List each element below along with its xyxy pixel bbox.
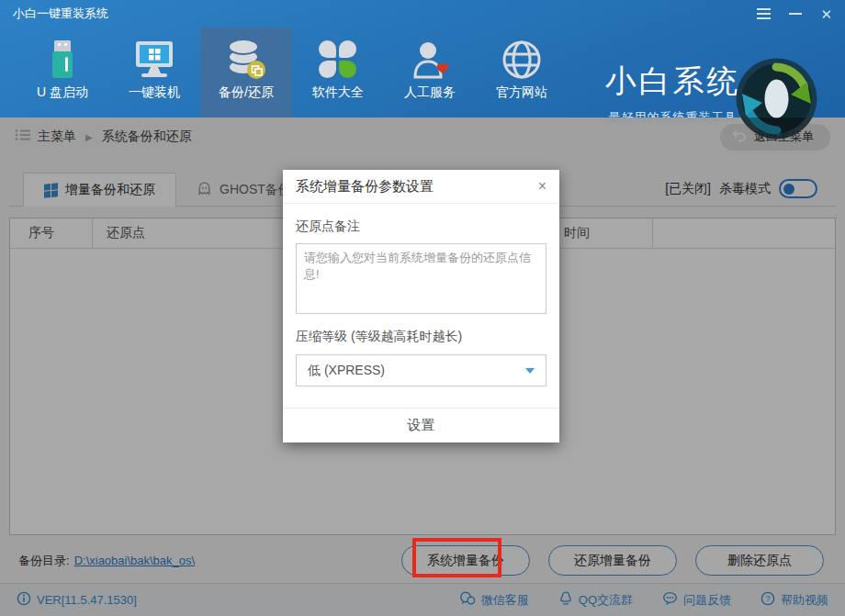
dialog-title: 系统增量备份参数设置 xyxy=(296,178,434,196)
nav-label: 人工服务 xyxy=(404,84,456,101)
brand-block: 小白系统 最好用的系统重装工具 xyxy=(592,61,753,126)
dialog-submit-button[interactable]: 设置 xyxy=(283,408,559,442)
software-clover-icon xyxy=(316,38,360,82)
nav-label: 软件大全 xyxy=(312,84,364,101)
nav-item-website[interactable]: 官方网站 xyxy=(476,28,568,118)
nav-item-backup-restore[interactable]: 备份/还原 xyxy=(200,28,292,118)
dialog-close-icon[interactable]: × xyxy=(538,179,546,194)
highlight-annotation-box xyxy=(412,538,501,577)
backup-database-icon xyxy=(224,38,268,82)
chevron-down-icon xyxy=(525,368,535,374)
usb-drive-icon xyxy=(40,38,84,82)
nav-item-support[interactable]: 人工服务 xyxy=(384,28,476,118)
dialog-body: 还原点备注 压缩等级 (等级越高耗时越长) 低 (XPRESS) xyxy=(283,218,559,386)
main-nav: U 盘启动 一键装机 xyxy=(0,28,845,118)
titlebar: 小白一键重装系统 ✕ xyxy=(0,0,845,28)
menu-icon[interactable] xyxy=(757,6,771,22)
nav-label: 备份/还原 xyxy=(219,84,274,101)
brand-name: 小白系统 xyxy=(592,61,753,103)
nav-label: 官方网站 xyxy=(496,84,547,101)
dialog-header: 系统增量备份参数设置 × xyxy=(283,170,559,204)
restore-note-input[interactable] xyxy=(296,243,546,314)
compression-level-label: 压缩等级 (等级越高耗时越长) xyxy=(296,329,546,345)
backup-settings-dialog: 系统增量备份参数设置 × 还原点备注 压缩等级 (等级越高耗时越长) 低 (XP… xyxy=(283,170,559,442)
minimize-icon[interactable] xyxy=(789,13,802,15)
restore-note-label: 还原点备注 xyxy=(296,218,546,235)
globe-icon xyxy=(500,38,544,82)
app-header: 小白一键重装系统 ✕ U 盘启动 xyxy=(0,0,845,118)
nav-item-one-click-install[interactable]: 一键装机 xyxy=(108,28,200,118)
app-title: 小白一键重装系统 xyxy=(13,6,108,22)
nav-label: U 盘启动 xyxy=(37,84,88,101)
compression-selected-value: 低 (XPRESS) xyxy=(308,363,385,379)
compression-level-select[interactable]: 低 (XPRESS) xyxy=(296,354,546,386)
nav-item-software[interactable]: 软件大全 xyxy=(292,28,384,118)
customer-service-icon xyxy=(408,38,452,82)
nav-item-usb-boot[interactable]: U 盘启动 xyxy=(17,28,108,118)
monitor-install-icon xyxy=(132,38,176,82)
close-icon[interactable]: ✕ xyxy=(820,7,832,21)
nav-label: 一键装机 xyxy=(129,84,180,101)
